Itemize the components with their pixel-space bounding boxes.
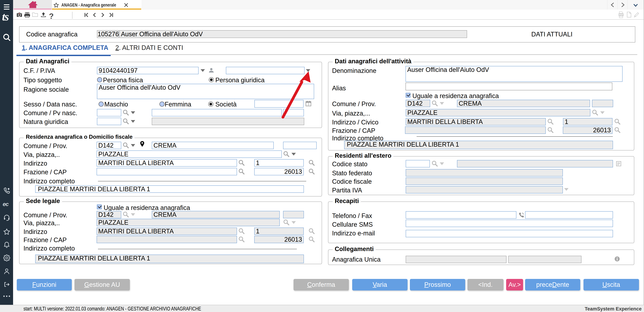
svg-text:PDF: PDF bbox=[619, 14, 623, 16]
